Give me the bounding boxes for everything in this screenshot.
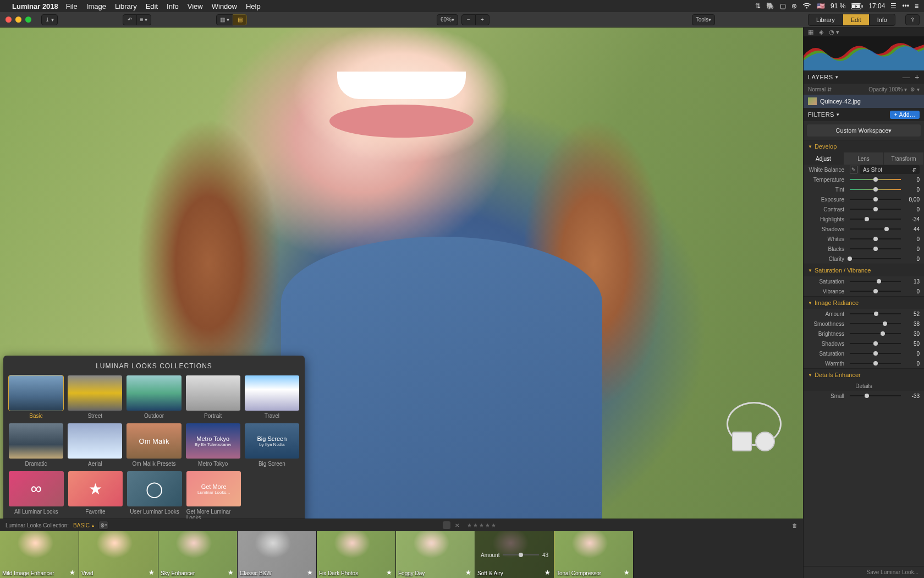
- star-icon[interactable]: ★: [148, 569, 155, 576]
- histogram[interactable]: [804, 36, 924, 70]
- star-icon[interactable]: ★: [386, 569, 392, 576]
- look-travel[interactable]: Travel: [245, 375, 299, 419]
- slider-small[interactable]: [850, 395, 901, 396]
- zoom-in-button[interactable]: +: [475, 14, 490, 25]
- trash-icon[interactable]: 🗑: [792, 522, 798, 528]
- star-icon[interactable]: ★: [544, 569, 551, 576]
- panel-layout-button[interactable]: ▥ ▾: [216, 14, 233, 25]
- look-user[interactable]: ◯User Luminar Looks: [127, 471, 182, 521]
- look-dramatic[interactable]: Dramatic: [9, 423, 63, 467]
- export-button[interactable]: ⤓ ▾: [41, 14, 58, 25]
- undo-button[interactable]: ↶: [123, 14, 137, 25]
- look-ommalik[interactable]: Om MalikOm Malik Presets: [127, 423, 181, 467]
- star-icon[interactable]: ★: [69, 569, 75, 576]
- notification-center-icon[interactable]: ☰: [890, 2, 897, 10]
- look-outdoor[interactable]: Outdoor: [127, 375, 181, 419]
- look-portrait[interactable]: Portrait: [186, 375, 240, 419]
- blend-mode-dropdown[interactable]: Normal ⇵: [808, 86, 832, 92]
- look-metro[interactable]: Metro TokyoBy Ev TchebotarevMetro Tokyo: [186, 423, 240, 467]
- slider[interactable]: [850, 323, 901, 324]
- look-street[interactable]: Street: [68, 375, 122, 419]
- share-button[interactable]: ⇪: [905, 14, 920, 25]
- look-aerial[interactable]: Aerial: [68, 423, 122, 467]
- workspace-dropdown[interactable]: Custom Workspace ▾: [807, 124, 921, 137]
- star-icon[interactable]: ★: [228, 569, 234, 576]
- details-header[interactable]: ▼Details Enhancer: [804, 369, 924, 381]
- layer-gear-icon[interactable]: ⚙ ▾: [910, 86, 920, 92]
- battery-percent[interactable]: 91 %: [831, 2, 845, 10]
- look-fav[interactable]: ★Favorite: [68, 471, 123, 521]
- film-item[interactable]: Sky Enhancer★: [158, 531, 238, 578]
- film-item[interactable]: Foggy Day★: [396, 531, 475, 578]
- minimize-window-button[interactable]: [15, 17, 21, 23]
- slider[interactable]: [850, 281, 901, 282]
- battery-icon[interactable]: [851, 3, 863, 9]
- color-tag-icon[interactable]: [443, 521, 450, 529]
- close-window-button[interactable]: [6, 17, 12, 23]
- histogram-layers-icon[interactable]: ◈: [819, 29, 823, 36]
- menu-edit[interactable]: Edit: [146, 2, 158, 10]
- radiance-header[interactable]: ▼Image Radiance: [804, 297, 924, 309]
- slider[interactable]: [850, 179, 901, 180]
- wifi-icon[interactable]: [802, 3, 811, 9]
- menu-extra-icon[interactable]: ≡: [915, 2, 919, 10]
- mode-library[interactable]: Library: [808, 14, 843, 26]
- slider[interactable]: [850, 363, 901, 364]
- fullscreen-window-button[interactable]: [25, 17, 31, 23]
- menu-view[interactable]: View: [188, 2, 203, 10]
- film-item[interactable]: Fix Dark Photos★: [317, 531, 396, 578]
- evernote-icon[interactable]: 🐘: [766, 2, 774, 10]
- menu-info[interactable]: Info: [167, 2, 179, 10]
- slider[interactable]: [850, 228, 901, 230]
- eyedropper-icon[interactable]: ✎: [850, 166, 857, 173]
- amount-slider[interactable]: [503, 554, 538, 555]
- opacity-value[interactable]: 100%: [889, 86, 903, 92]
- slider[interactable]: [850, 189, 901, 190]
- slider[interactable]: [850, 291, 901, 292]
- zoom-out-button[interactable]: −: [461, 14, 476, 25]
- menu-library[interactable]: Library: [115, 2, 137, 10]
- histogram-image-icon[interactable]: ▦: [808, 29, 813, 36]
- look-basic[interactable]: Basic: [9, 375, 63, 419]
- history-button[interactable]: ≡ ▾: [136, 14, 152, 25]
- slider[interactable]: [850, 353, 901, 354]
- dropbox-icon[interactable]: ⇅: [755, 2, 761, 10]
- menu-file[interactable]: File: [66, 2, 78, 10]
- menu-image[interactable]: Image: [86, 2, 106, 10]
- tab-lens[interactable]: Lens: [844, 152, 884, 165]
- layers-header[interactable]: LAYERS▾ — +: [804, 70, 924, 84]
- wb-dropdown[interactable]: As Shot⇵: [860, 165, 920, 174]
- slider[interactable]: [850, 343, 901, 344]
- mode-edit[interactable]: Edit: [843, 14, 869, 26]
- tab-transform[interactable]: Transform: [884, 152, 924, 165]
- zoom-dropdown[interactable]: 60% ▾: [437, 14, 458, 25]
- collection-gear-icon[interactable]: ⚙▾: [98, 521, 108, 530]
- menu-window[interactable]: Window: [212, 2, 237, 10]
- slider[interactable]: [850, 238, 901, 239]
- tab-adjust[interactable]: Adjust: [804, 152, 844, 165]
- save-look-button[interactable]: Save Luminar Look...: [804, 566, 924, 578]
- app-status-icon[interactable]: ⊛: [791, 2, 797, 10]
- film-item[interactable]: Tonal Compressor★: [554, 531, 634, 578]
- develop-header[interactable]: ▼Develop: [804, 140, 924, 152]
- star-icon[interactable]: ★: [307, 569, 313, 576]
- tools-dropdown[interactable]: Tools ▾: [692, 14, 715, 25]
- look-getmore[interactable]: Get MoreLuminar Looks...Get More Luminar…: [186, 471, 241, 521]
- slider[interactable]: [850, 199, 901, 200]
- slider[interactable]: [850, 313, 901, 314]
- slider[interactable]: [850, 333, 901, 334]
- satvib-header[interactable]: ▼Saturation / Vibrance: [804, 264, 924, 276]
- flag-icon[interactable]: 🇺🇸: [817, 2, 825, 10]
- looks-panel-button[interactable]: ▤: [233, 14, 247, 25]
- slider[interactable]: [850, 219, 901, 220]
- clear-rating-icon[interactable]: ✕: [455, 522, 459, 528]
- film-item[interactable]: Vivid★: [79, 531, 158, 578]
- menu-help[interactable]: Help: [246, 2, 261, 10]
- film-item[interactable]: Mild Image Enhancer★: [0, 531, 79, 578]
- more-icon[interactable]: •••: [902, 2, 909, 10]
- layer-row[interactable]: Quincey-42.jpg: [804, 95, 924, 108]
- layers-collapse-icon[interactable]: —: [903, 73, 911, 81]
- histogram-clock-icon[interactable]: ◔ ▾: [829, 29, 839, 36]
- slider[interactable]: [850, 248, 901, 249]
- star-rating[interactable]: ★★★★★: [467, 522, 497, 528]
